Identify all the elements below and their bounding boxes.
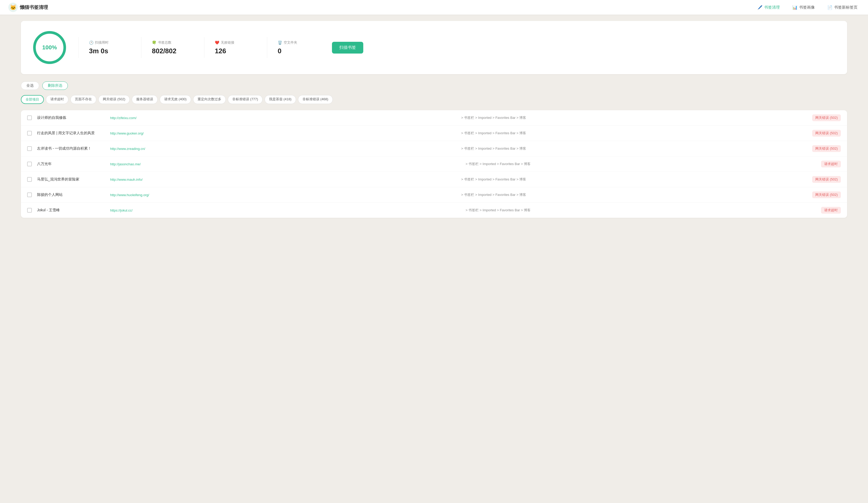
bookmark-total-icon: 🍀 bbox=[152, 40, 156, 45]
divider-2 bbox=[141, 37, 142, 58]
bookmark-image-icon: 📊 bbox=[792, 5, 797, 10]
nav-item-bookmark-image[interactable]: 📊 书签画像 bbox=[790, 4, 817, 11]
row-path-4: > 书签栏 > Imported > Favorites Bar > 博客 bbox=[461, 177, 807, 182]
nav-item-bookmark-clean[interactable]: 🖊️ 书签清理 bbox=[755, 4, 782, 11]
row-url-2[interactable]: http://www.zreading.cn/ bbox=[110, 147, 456, 151]
row-checkbox-0[interactable] bbox=[27, 115, 32, 120]
row-checkbox-3[interactable] bbox=[27, 162, 32, 167]
row-checkbox-5[interactable] bbox=[27, 192, 32, 197]
row-title-2: 左岸读书 - 一切成功均源自积累！ bbox=[37, 146, 105, 151]
bookmark-row: 马昱弘_混沌世界的冒险家 http://www.mauh.info/ > 书签栏… bbox=[21, 172, 847, 187]
divider-3 bbox=[204, 37, 204, 58]
row-status-6: 请求超时 bbox=[821, 207, 841, 214]
filter-tab-not-found[interactable]: 页面不存在 bbox=[71, 95, 96, 104]
filter-tab-all[interactable]: 全部项目 bbox=[21, 95, 44, 104]
row-title-1: 行走的风景 | 用文字记录人生的风景 bbox=[37, 131, 105, 135]
total-value: 802/802 bbox=[152, 47, 194, 55]
filter-tab-777[interactable]: 非标准错误 (777) bbox=[228, 95, 262, 104]
row-url-5[interactable]: http://www.huoleifeng.org/ bbox=[110, 193, 456, 197]
stat-empty-label: 🗑️ 空文件夹 bbox=[278, 40, 319, 45]
bookmark-newtab-icon: 📄 bbox=[827, 5, 833, 10]
row-path-6: > 书签栏 > Imported > Favorites Bar > 博客 bbox=[466, 208, 816, 213]
stat-empty: 🗑️ 空文件夹 0 bbox=[278, 40, 319, 55]
row-status-5: 网关错误 (502) bbox=[812, 191, 841, 198]
filter-tab-redirect[interactable]: 重定向次数过多 bbox=[193, 95, 226, 104]
row-title-5: 陈骏的个人网站 bbox=[37, 192, 105, 197]
stat-invalid-label: ❤️ 无效链接 bbox=[215, 40, 257, 45]
bookmark-row: Jokul - 王雪峰 https://jokul.cc/ > 书签栏 > Im… bbox=[21, 203, 847, 218]
controls-bar: 全选 删除所选 bbox=[21, 81, 847, 90]
stat-invalid: ❤️ 无效链接 126 bbox=[215, 40, 257, 55]
app-title: 懒猫书签清理 bbox=[20, 4, 48, 10]
row-checkbox-2[interactable] bbox=[27, 146, 32, 151]
filter-tab-468[interactable]: 非标准错误 (468) bbox=[298, 95, 333, 104]
row-status-3: 请求超时 bbox=[821, 161, 841, 168]
bookmark-clean-icon: 🖊️ bbox=[757, 5, 763, 10]
nav-label-bookmark-image: 书签画像 bbox=[799, 5, 815, 10]
row-url-6[interactable]: https://jokul.cc/ bbox=[110, 209, 461, 212]
bookmark-row: 设计师的自我修炼 http://zifeixu.com/ > 书签栏 > Imp… bbox=[21, 110, 847, 125]
row-url-4[interactable]: http://www.mauh.info/ bbox=[110, 178, 456, 181]
row-path-1: > 书签栏 > Imported > Favorites Bar > 博客 bbox=[461, 131, 807, 135]
select-all-button[interactable]: 全选 bbox=[21, 81, 39, 90]
stat-total: 🍀 书签总数 802/802 bbox=[152, 40, 194, 55]
invalid-value: 126 bbox=[215, 47, 257, 55]
row-title-6: Jokul - 王雪峰 bbox=[37, 208, 105, 213]
filter-tab-502[interactable]: 网关错误 (502) bbox=[99, 95, 130, 104]
nav-item-bookmark-newtab[interactable]: 📄 书签新标签页 bbox=[825, 4, 860, 11]
row-status-0: 网关错误 (502) bbox=[812, 114, 841, 121]
nav-label-bookmark-newtab: 书签新标签页 bbox=[834, 5, 858, 10]
progress-label: 100% bbox=[42, 44, 57, 51]
stat-total-label: 🍀 书签总数 bbox=[152, 40, 194, 45]
row-url-3[interactable]: http://jasonchao.me/ bbox=[110, 162, 461, 166]
bookmark-row: 左岸读书 - 一切成功均源自积累！ http://www.zreading.cn… bbox=[21, 141, 847, 157]
divider-1 bbox=[78, 37, 79, 58]
filter-tab-timeout[interactable]: 请求超时 bbox=[46, 95, 69, 104]
bookmark-row: 陈骏的个人网站 http://www.huoleifeng.org/ > 书签栏… bbox=[21, 187, 847, 203]
nav-label-bookmark-clean: 书签清理 bbox=[764, 5, 780, 10]
clock-icon: 🕐 bbox=[89, 40, 93, 45]
row-path-2: > 书签栏 > Imported > Favorites Bar > 博客 bbox=[461, 146, 807, 151]
row-url-0[interactable]: http://zifeixu.com/ bbox=[110, 116, 456, 120]
filter-tab-400[interactable]: 请求无效 (400) bbox=[160, 95, 191, 104]
stat-scan-time-label: 🕐 扫描用时 bbox=[89, 40, 131, 45]
bookmark-row: 八万光年 http://jasonchao.me/ > 书签栏 > Import… bbox=[21, 157, 847, 172]
row-path-5: > 书签栏 > Imported > Favorites Bar > 博客 bbox=[461, 192, 807, 197]
row-path-3: > 书签栏 > Imported > Favorites Bar > 博客 bbox=[466, 162, 816, 167]
scan-button[interactable]: 扫描书签 bbox=[332, 42, 363, 53]
empty-folder-icon: 🗑️ bbox=[278, 40, 282, 45]
filter-tabs: 全部项目 请求超时 页面不存在 网关错误 (502) 服务器错误 请求无效 (4… bbox=[21, 95, 847, 104]
main-content: 100% 🕐 扫描用时 3m 0s 🍀 书签总数 802/802 ❤️ 无 bbox=[0, 14, 868, 224]
bookmark-row: 行走的风景 | 用文字记录人生的风景 http://www.guoker.org… bbox=[21, 125, 847, 141]
row-status-2: 网关错误 (502) bbox=[812, 145, 841, 152]
row-path-0: > 书签栏 > Imported > Favorites Bar > 博客 bbox=[461, 115, 807, 120]
header-nav: 🖊️ 书签清理 📊 书签画像 📄 书签新标签页 bbox=[755, 4, 860, 11]
filter-tab-server-error[interactable]: 服务器错误 bbox=[132, 95, 158, 104]
bookmark-list: 设计师的自我修炼 http://zifeixu.com/ > 书签栏 > Imp… bbox=[21, 110, 847, 218]
row-checkbox-6[interactable] bbox=[27, 208, 32, 213]
filter-tab-418[interactable]: 我是茶壶 (418) bbox=[265, 95, 296, 104]
row-status-1: 网关错误 (502) bbox=[812, 130, 841, 137]
row-title-0: 设计师的自我修炼 bbox=[37, 115, 105, 120]
empty-value: 0 bbox=[278, 47, 319, 55]
stat-scan-time: 🕐 扫描用时 3m 0s bbox=[89, 40, 131, 55]
scan-time-value: 3m 0s bbox=[89, 47, 131, 55]
row-status-4: 网关错误 (502) bbox=[812, 176, 841, 183]
row-checkbox-1[interactable] bbox=[27, 131, 32, 135]
invalid-link-icon: ❤️ bbox=[215, 40, 219, 45]
row-title-4: 马昱弘_混沌世界的冒险家 bbox=[37, 177, 105, 182]
delete-selected-button[interactable]: 删除所选 bbox=[42, 81, 68, 90]
app-logo: 🐱 懒猫书签清理 bbox=[8, 3, 48, 12]
row-checkbox-4[interactable] bbox=[27, 177, 32, 182]
header: 🐱 懒猫书签清理 🖊️ 书签清理 📊 书签画像 📄 书签新标签页 bbox=[0, 0, 868, 14]
progress-ring: 100% bbox=[31, 29, 68, 66]
divider-4 bbox=[267, 37, 267, 58]
logo-icon: 🐱 bbox=[8, 3, 18, 12]
row-url-1[interactable]: http://www.guoker.org/ bbox=[110, 131, 456, 135]
stats-card: 100% 🕐 扫描用时 3m 0s 🍀 书签总数 802/802 ❤️ 无 bbox=[21, 21, 847, 74]
row-title-3: 八万光年 bbox=[37, 162, 105, 167]
